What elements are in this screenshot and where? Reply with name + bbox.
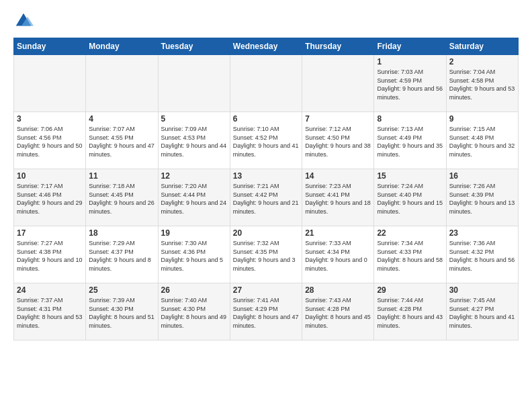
header xyxy=(13,11,519,31)
calendar-header-monday: Monday xyxy=(86,38,158,55)
calendar-cell: 9Sunrise: 7:15 AM Sunset: 4:48 PM Daylig… xyxy=(446,112,518,169)
calendar-header-row: SundayMondayTuesdayWednesdayThursdayFrid… xyxy=(14,38,519,55)
calendar-cell: 21Sunrise: 7:33 AM Sunset: 4:34 PM Dayli… xyxy=(302,226,374,283)
calendar-cell: 25Sunrise: 7:39 AM Sunset: 4:30 PM Dayli… xyxy=(86,283,158,340)
calendar-header-tuesday: Tuesday xyxy=(158,38,230,55)
day-info: Sunrise: 7:45 AM Sunset: 4:27 PM Dayligh… xyxy=(449,296,515,330)
calendar-week-2: 3Sunrise: 7:06 AM Sunset: 4:56 PM Daylig… xyxy=(14,112,519,169)
day-info: Sunrise: 7:34 AM Sunset: 4:33 PM Dayligh… xyxy=(377,239,443,273)
calendar-header-saturday: Saturday xyxy=(446,38,518,55)
calendar-week-4: 17Sunrise: 7:27 AM Sunset: 4:38 PM Dayli… xyxy=(14,226,519,283)
day-number: 16 xyxy=(449,171,515,181)
calendar-cell: 2Sunrise: 7:04 AM Sunset: 4:58 PM Daylig… xyxy=(446,55,518,112)
calendar-cell: 18Sunrise: 7:29 AM Sunset: 4:37 PM Dayli… xyxy=(86,226,158,283)
day-info: Sunrise: 7:23 AM Sunset: 4:41 PM Dayligh… xyxy=(305,182,371,216)
day-info: Sunrise: 7:24 AM Sunset: 4:40 PM Dayligh… xyxy=(377,182,443,216)
day-number: 24 xyxy=(17,285,83,295)
day-number: 26 xyxy=(161,285,227,295)
calendar-cell: 5Sunrise: 7:09 AM Sunset: 4:53 PM Daylig… xyxy=(158,112,230,169)
day-info: Sunrise: 7:13 AM Sunset: 4:49 PM Dayligh… xyxy=(377,125,443,158)
day-number: 11 xyxy=(89,171,154,181)
page: SundayMondayTuesdayWednesdayThursdayFrid… xyxy=(0,0,532,411)
logo xyxy=(13,11,36,31)
day-info: Sunrise: 7:44 AM Sunset: 4:28 PM Dayligh… xyxy=(377,296,443,330)
day-info: Sunrise: 7:33 AM Sunset: 4:34 PM Dayligh… xyxy=(305,239,371,273)
day-info: Sunrise: 7:20 AM Sunset: 4:44 PM Dayligh… xyxy=(161,182,227,216)
day-number: 15 xyxy=(377,171,443,181)
day-number: 2 xyxy=(449,57,515,66)
day-number: 20 xyxy=(233,228,299,238)
calendar: SundayMondayTuesdayWednesdayThursdayFrid… xyxy=(13,38,519,340)
calendar-header-friday: Friday xyxy=(374,38,446,55)
day-number: 29 xyxy=(377,285,443,295)
day-number: 28 xyxy=(305,285,371,295)
calendar-cell: 4Sunrise: 7:07 AM Sunset: 4:55 PM Daylig… xyxy=(86,112,158,169)
calendar-cell: 24Sunrise: 7:37 AM Sunset: 4:31 PM Dayli… xyxy=(14,283,86,340)
day-number: 21 xyxy=(305,228,371,238)
day-info: Sunrise: 7:18 AM Sunset: 4:45 PM Dayligh… xyxy=(89,182,154,216)
calendar-week-3: 10Sunrise: 7:17 AM Sunset: 4:46 PM Dayli… xyxy=(14,169,519,226)
day-number: 3 xyxy=(17,114,83,124)
day-number: 9 xyxy=(449,114,515,124)
calendar-cell xyxy=(302,55,374,112)
day-number: 8 xyxy=(377,114,443,124)
day-info: Sunrise: 7:37 AM Sunset: 4:31 PM Dayligh… xyxy=(17,296,83,330)
calendar-cell xyxy=(230,55,302,112)
calendar-cell: 10Sunrise: 7:17 AM Sunset: 4:46 PM Dayli… xyxy=(14,169,86,226)
calendar-cell: 23Sunrise: 7:36 AM Sunset: 4:32 PM Dayli… xyxy=(446,226,518,283)
day-info: Sunrise: 7:39 AM Sunset: 4:30 PM Dayligh… xyxy=(89,296,154,330)
calendar-cell: 26Sunrise: 7:40 AM Sunset: 4:30 PM Dayli… xyxy=(158,283,230,340)
day-info: Sunrise: 7:43 AM Sunset: 4:28 PM Dayligh… xyxy=(305,296,371,330)
day-info: Sunrise: 7:10 AM Sunset: 4:52 PM Dayligh… xyxy=(233,125,299,158)
day-info: Sunrise: 7:41 AM Sunset: 4:29 PM Dayligh… xyxy=(233,296,299,330)
calendar-cell: 29Sunrise: 7:44 AM Sunset: 4:28 PM Dayli… xyxy=(374,283,446,340)
day-info: Sunrise: 7:26 AM Sunset: 4:39 PM Dayligh… xyxy=(449,182,515,216)
day-number: 12 xyxy=(161,171,227,181)
day-number: 10 xyxy=(17,171,83,181)
day-number: 22 xyxy=(377,228,443,238)
calendar-header-thursday: Thursday xyxy=(302,38,374,55)
day-number: 4 xyxy=(89,114,154,124)
day-number: 23 xyxy=(449,228,515,238)
day-info: Sunrise: 7:03 AM Sunset: 4:59 PM Dayligh… xyxy=(377,68,443,101)
calendar-cell: 14Sunrise: 7:23 AM Sunset: 4:41 PM Dayli… xyxy=(302,169,374,226)
day-info: Sunrise: 7:36 AM Sunset: 4:32 PM Dayligh… xyxy=(449,239,515,273)
day-number: 13 xyxy=(233,171,299,181)
day-info: Sunrise: 7:21 AM Sunset: 4:42 PM Dayligh… xyxy=(233,182,299,216)
calendar-cell: 12Sunrise: 7:20 AM Sunset: 4:44 PM Dayli… xyxy=(158,169,230,226)
calendar-week-5: 24Sunrise: 7:37 AM Sunset: 4:31 PM Dayli… xyxy=(14,283,519,340)
day-info: Sunrise: 7:40 AM Sunset: 4:30 PM Dayligh… xyxy=(161,296,227,330)
calendar-cell: 27Sunrise: 7:41 AM Sunset: 4:29 PM Dayli… xyxy=(230,283,302,340)
day-info: Sunrise: 7:12 AM Sunset: 4:50 PM Dayligh… xyxy=(305,125,371,158)
day-info: Sunrise: 7:17 AM Sunset: 4:46 PM Dayligh… xyxy=(17,182,83,216)
calendar-cell: 17Sunrise: 7:27 AM Sunset: 4:38 PM Dayli… xyxy=(14,226,86,283)
calendar-cell: 30Sunrise: 7:45 AM Sunset: 4:27 PM Dayli… xyxy=(446,283,518,340)
calendar-header-sunday: Sunday xyxy=(14,38,86,55)
day-info: Sunrise: 7:09 AM Sunset: 4:53 PM Dayligh… xyxy=(161,125,227,158)
logo-icon xyxy=(13,11,34,31)
day-number: 18 xyxy=(89,228,154,238)
calendar-header-wednesday: Wednesday xyxy=(230,38,302,55)
calendar-cell: 28Sunrise: 7:43 AM Sunset: 4:28 PM Dayli… xyxy=(302,283,374,340)
day-number: 19 xyxy=(161,228,227,238)
day-info: Sunrise: 7:32 AM Sunset: 4:35 PM Dayligh… xyxy=(233,239,299,273)
day-number: 1 xyxy=(377,57,443,66)
day-info: Sunrise: 7:15 AM Sunset: 4:48 PM Dayligh… xyxy=(449,125,515,158)
calendar-cell: 16Sunrise: 7:26 AM Sunset: 4:39 PM Dayli… xyxy=(446,169,518,226)
calendar-cell: 15Sunrise: 7:24 AM Sunset: 4:40 PM Dayli… xyxy=(374,169,446,226)
day-info: Sunrise: 7:30 AM Sunset: 4:36 PM Dayligh… xyxy=(161,239,227,273)
calendar-cell xyxy=(14,55,86,112)
calendar-cell xyxy=(86,55,158,112)
calendar-cell: 1Sunrise: 7:03 AM Sunset: 4:59 PM Daylig… xyxy=(374,55,446,112)
calendar-cell: 19Sunrise: 7:30 AM Sunset: 4:36 PM Dayli… xyxy=(158,226,230,283)
day-number: 25 xyxy=(89,285,154,295)
day-info: Sunrise: 7:27 AM Sunset: 4:38 PM Dayligh… xyxy=(17,239,83,273)
calendar-cell: 22Sunrise: 7:34 AM Sunset: 4:33 PM Dayli… xyxy=(374,226,446,283)
day-info: Sunrise: 7:07 AM Sunset: 4:55 PM Dayligh… xyxy=(89,125,154,158)
calendar-cell: 7Sunrise: 7:12 AM Sunset: 4:50 PM Daylig… xyxy=(302,112,374,169)
calendar-cell: 11Sunrise: 7:18 AM Sunset: 4:45 PM Dayli… xyxy=(86,169,158,226)
day-number: 5 xyxy=(161,114,227,124)
calendar-cell: 3Sunrise: 7:06 AM Sunset: 4:56 PM Daylig… xyxy=(14,112,86,169)
day-number: 6 xyxy=(233,114,299,124)
day-number: 27 xyxy=(233,285,299,295)
